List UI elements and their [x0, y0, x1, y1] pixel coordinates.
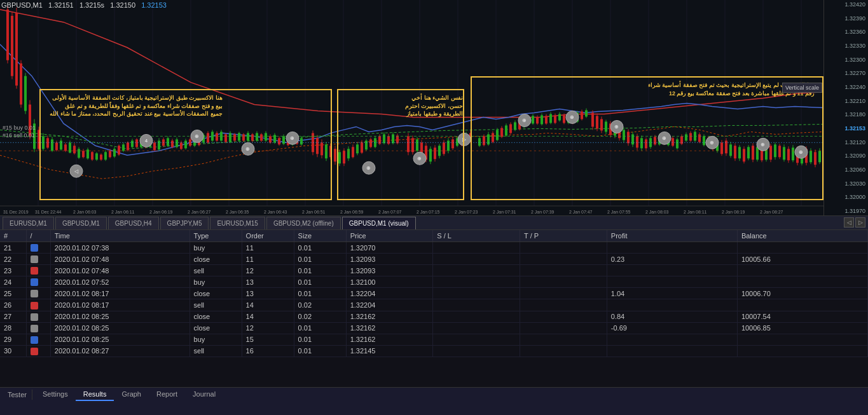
tab-eurusd-m15[interactable]: EURUSD,M15: [210, 217, 265, 229]
col-sl[interactable]: S / L: [433, 230, 520, 242]
cell-type: sell: [189, 299, 242, 311]
cell-price: 1.32070: [346, 242, 433, 254]
cell-profit: -0.69: [607, 322, 737, 334]
cell-balance: [737, 242, 867, 254]
cell-balance: [737, 265, 867, 276]
buy-icon: [31, 244, 38, 252]
results-area: # / Time Type Order Size Price S / L T /…: [0, 230, 868, 387]
col-tp[interactable]: T / P: [520, 230, 607, 242]
cell-price: 1.32093: [346, 254, 433, 265]
cell-size: 0.01: [294, 254, 346, 265]
col-size[interactable]: Size: [294, 230, 346, 242]
col-profit[interactable]: Profit: [607, 230, 737, 242]
svg-text:2 Jan 06:27: 2 Jan 06:27: [188, 210, 211, 214]
tab-report[interactable]: Report: [149, 388, 185, 401]
svg-text:⊕: ⊕: [614, 124, 619, 130]
svg-text:2 Jan 08:11: 2 Jan 08:11: [684, 210, 707, 214]
cell-type: buy: [189, 242, 242, 254]
tab-gbpjpy-m5[interactable]: GBPJPY,M5: [160, 217, 209, 229]
cell-num: 22: [0, 254, 26, 265]
cell-time: 2020.01.02 07:48: [50, 265, 189, 276]
table-row: 252020.01.02 08:17close130.011.322041.04…: [0, 288, 868, 299]
table-row: 292020.01.02 08:25buy150.011.32162: [0, 334, 868, 345]
cell-order: 12: [242, 265, 294, 276]
col-type[interactable]: Type: [189, 230, 242, 242]
cell-tp: [520, 288, 607, 299]
table-row: 272020.01.02 08:25close140.021.321620.84…: [0, 311, 868, 322]
cell-num: 27: [0, 311, 26, 322]
svg-text:⊕: ⊕: [799, 149, 803, 155]
cell-order: 14: [242, 311, 294, 322]
cell-tp: [520, 242, 607, 254]
svg-text:2 Jan 06:19: 2 Jan 06:19: [149, 210, 173, 214]
col-order[interactable]: Order: [242, 230, 294, 242]
svg-text:2 Jan 08:03: 2 Jan 08:03: [645, 210, 669, 214]
cell-num: 30: [0, 345, 26, 357]
tab-journal[interactable]: Journal: [185, 388, 223, 401]
close-icon: [31, 290, 38, 297]
bottom-tabs: Tester Settings Results Graph Report Jou…: [0, 387, 868, 401]
sell-icon: [31, 348, 38, 355]
buy-icon: [31, 336, 38, 344]
tab-gbpusd-m1[interactable]: GBPUSD,M1: [55, 217, 107, 229]
cell-sl: [433, 254, 520, 265]
svg-text:◁: ◁: [74, 168, 79, 174]
cell-icon: [26, 288, 50, 299]
col-icon[interactable]: /: [26, 230, 50, 242]
cell-price: 1.32162: [346, 322, 433, 334]
svg-text:2 Jan 07:55: 2 Jan 07:55: [607, 210, 631, 214]
cell-icon: [26, 322, 50, 334]
cell-size: 0.01: [294, 288, 346, 299]
cell-balance: 10007.54: [737, 311, 867, 322]
cell-type: buy: [189, 334, 242, 345]
vertical-scale-button[interactable]: Vertical scale: [782, 83, 822, 93]
cell-time: 2020.01.02 08:25: [50, 311, 189, 322]
chart-symbol: GBPUSD,M1 1.32151 1.3215s 1.32150 1.3215…: [1, 1, 167, 9]
table-row: 242020.01.02 07:52buy130.011.32100: [0, 276, 868, 288]
svg-text:▷: ▷: [462, 137, 467, 142]
col-time[interactable]: Time: [50, 230, 189, 242]
tab-results[interactable]: Results: [76, 388, 114, 401]
tab-gbpusd-m1-visual[interactable]: GBPUSD,M1 (visual): [342, 217, 416, 229]
col-price[interactable]: Price: [346, 230, 433, 242]
cell-icon: [26, 334, 50, 345]
cell-tp: [520, 311, 607, 322]
cell-type: sell: [189, 265, 242, 276]
chart-tab-bar: EURUSD,M1 GBPUSD,M1 GBPUSD,H4 GBPJPY,M5 …: [0, 216, 868, 230]
svg-text:2 Jan 07:47: 2 Jan 07:47: [569, 210, 593, 214]
cell-time: 2020.01.02 07:52: [50, 276, 189, 288]
tab-graph[interactable]: Graph: [114, 388, 149, 401]
cell-num: 23: [0, 265, 26, 276]
annotation-text-2: نفس الشيء هنا أخيحسن، الاكسبيرت احترمالط…: [341, 94, 463, 118]
col-balance[interactable]: Balance: [737, 230, 867, 242]
cell-order: 12: [242, 322, 294, 334]
cell-size: 0.01: [294, 242, 346, 254]
cell-icon: [26, 242, 50, 254]
tab-eurusd-m1[interactable]: EURUSD,M1: [3, 217, 54, 229]
cell-price: 1.32162: [346, 311, 433, 322]
cell-type: close: [189, 288, 242, 299]
cell-sl: [433, 311, 520, 322]
cell-balance: 10005.66: [737, 254, 867, 265]
tab-nav-next[interactable]: ▷: [855, 217, 865, 228]
cell-icon: [26, 276, 50, 288]
cell-type: sell: [189, 345, 242, 357]
tab-gbpusd-m2-offline[interactable]: GBPUSD,M2 (offline): [266, 217, 341, 229]
cell-sl: [433, 242, 520, 254]
tab-nav-prev[interactable]: ◁: [844, 217, 854, 228]
cell-icon: [26, 345, 50, 357]
svg-text:4: 4: [145, 138, 148, 144]
tab-gbpusd-h4[interactable]: GBPUSD,H4: [108, 217, 159, 229]
cell-balance: [737, 299, 867, 311]
sell-icon: [31, 267, 38, 275]
col-num[interactable]: #: [0, 230, 26, 242]
cell-price: 1.32204: [346, 299, 433, 311]
svg-text:2 Jan 06:51: 2 Jan 06:51: [302, 210, 326, 214]
tab-settings[interactable]: Settings: [35, 388, 76, 401]
svg-text:⊕: ⊕: [290, 135, 294, 141]
cell-size: 0.02: [294, 311, 346, 322]
svg-text:⊕: ⊕: [570, 114, 574, 120]
cell-sl: [433, 265, 520, 276]
cell-time: 2020.01.02 08:27: [50, 345, 189, 357]
cell-profit: [607, 242, 737, 254]
